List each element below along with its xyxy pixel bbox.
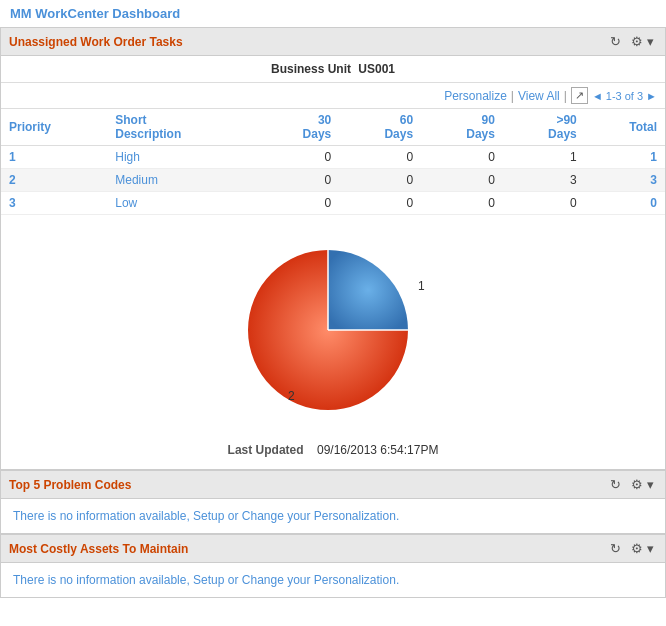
problem-codes-title: Top 5 Problem Codes (9, 478, 131, 492)
pagination: ◄ 1-3 of 3 ► (592, 90, 657, 102)
cell-description: Low (107, 192, 257, 215)
problem-codes-panel: Top 5 Problem Codes ↻ ⚙ ▾ There is no in… (0, 470, 666, 534)
page-title: MM WorkCenter Dashboard (0, 0, 666, 27)
work-orders-header: Unassigned Work Order Tasks ↻ ⚙ ▾ (1, 28, 665, 56)
costly-assets-settings-button[interactable]: ⚙ ▾ (628, 540, 657, 557)
cell-30days: 0 (257, 169, 339, 192)
pagination-text: 1-3 of 3 (606, 90, 643, 102)
cell-60days: 0 (339, 146, 421, 169)
costly-assets-title: Most Costly Assets To Maintain (9, 542, 188, 556)
col-90days: 90Days (421, 109, 503, 146)
cell-priority: 3 (1, 192, 107, 215)
last-updated-value: 09/16/2013 6:54:17PM (317, 443, 438, 457)
costly-assets-panel: Most Costly Assets To Maintain ↻ ⚙ ▾ The… (0, 534, 666, 598)
cell-90plus: 1 (503, 146, 585, 169)
cell-60days: 0 (339, 169, 421, 192)
cell-90days: 0 (421, 146, 503, 169)
col-short-desc: ShortDescription (107, 109, 257, 146)
cell-90days: 0 (421, 192, 503, 215)
work-orders-settings-button[interactable]: ⚙ ▾ (628, 33, 657, 50)
chart-label-2: 2 (288, 389, 295, 403)
work-orders-panel: Unassigned Work Order Tasks ↻ ⚙ ▾ Busine… (0, 27, 666, 470)
chart-label-1: 1 (418, 279, 425, 293)
costly-assets-message: There is no information available, Setup… (1, 563, 665, 597)
pie-blue-segment (328, 250, 408, 330)
problem-codes-header: Top 5 Problem Codes ↻ ⚙ ▾ (1, 471, 665, 499)
business-unit-bar: Business Unit US001 (1, 56, 665, 83)
costly-assets-actions: ↻ ⚙ ▾ (607, 540, 657, 557)
last-updated: Last Updated 09/16/2013 6:54:17PM (1, 435, 665, 469)
prev-icon[interactable]: ◄ (592, 90, 603, 102)
personalize-link[interactable]: Personalize (444, 89, 507, 103)
cell-description: High (107, 146, 257, 169)
cell-total: 3 (585, 169, 665, 192)
col-30days: 30Days (257, 109, 339, 146)
cell-total: 1 (585, 146, 665, 169)
table-header-row: Priority ShortDescription 30Days 60Days … (1, 109, 665, 146)
next-icon[interactable]: ► (646, 90, 657, 102)
business-unit-label: Business Unit (271, 62, 351, 76)
cell-description: Medium (107, 169, 257, 192)
chart-area: 1 2 (1, 215, 665, 435)
costly-assets-header: Most Costly Assets To Maintain ↻ ⚙ ▾ (1, 535, 665, 563)
toolbar-separator: | (511, 89, 514, 103)
col-total: Total (585, 109, 665, 146)
problem-codes-refresh-button[interactable]: ↻ (607, 476, 624, 493)
export-icon[interactable]: ↗ (571, 87, 588, 104)
work-orders-title: Unassigned Work Order Tasks (9, 35, 183, 49)
view-all-link[interactable]: View All (518, 89, 560, 103)
problem-codes-message: There is no information available, Setup… (1, 499, 665, 533)
table-row: 3 Low 0 0 0 0 0 (1, 192, 665, 215)
work-orders-actions: ↻ ⚙ ▾ (607, 33, 657, 50)
pie-chart: 1 2 (233, 235, 433, 415)
cell-90plus: 3 (503, 169, 585, 192)
work-orders-table: Priority ShortDescription 30Days 60Days … (1, 109, 665, 215)
cell-90plus: 0 (503, 192, 585, 215)
cell-priority: 2 (1, 169, 107, 192)
business-unit-value: US001 (358, 62, 395, 76)
col-priority: Priority (1, 109, 107, 146)
table-row: 2 Medium 0 0 0 3 3 (1, 169, 665, 192)
cell-total: 0 (585, 192, 665, 215)
cell-priority: 1 (1, 146, 107, 169)
cell-90days: 0 (421, 169, 503, 192)
cell-30days: 0 (257, 146, 339, 169)
table-toolbar: Personalize | View All | ↗ ◄ 1-3 of 3 ► (1, 83, 665, 109)
col-90plus: >90Days (503, 109, 585, 146)
work-orders-refresh-button[interactable]: ↻ (607, 33, 624, 50)
table-row: 1 High 0 0 0 1 1 (1, 146, 665, 169)
cell-30days: 0 (257, 192, 339, 215)
costly-assets-refresh-button[interactable]: ↻ (607, 540, 624, 557)
last-updated-label: Last Updated (228, 443, 304, 457)
problem-codes-settings-button[interactable]: ⚙ ▾ (628, 476, 657, 493)
toolbar-separator2: | (564, 89, 567, 103)
cell-60days: 0 (339, 192, 421, 215)
problem-codes-actions: ↻ ⚙ ▾ (607, 476, 657, 493)
col-60days: 60Days (339, 109, 421, 146)
